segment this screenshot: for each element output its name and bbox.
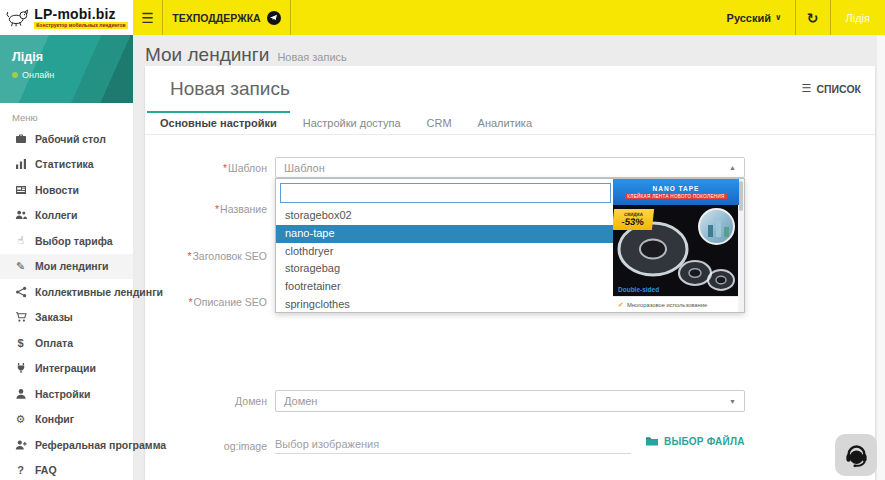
sidebar-item-collective-landings[interactable]: Коллективные лендинги [0,279,133,305]
sidebar-item-label: Рабочий стол [35,133,106,145]
sidebar-item-label: Коллеги [35,209,77,221]
sidebar-item-payment[interactable]: $ Оплата [0,330,133,356]
sidebar-item-label: Конфиг [35,413,74,425]
template-label: *Шаблон [145,162,267,174]
sidebar-item-news[interactable]: Новости [0,177,133,203]
sidebar-item-statistics[interactable]: Статистика [0,152,133,178]
sidebar-item-label: Реферальная программа [35,439,166,451]
sidebar-item-config[interactable]: ⚙ Конфиг [0,407,133,433]
dropdown-option-selected[interactable]: nano-tape [276,225,613,243]
preview-feature-text: Многоразовое использование [627,302,707,308]
template-preview-image: NANO TAPE КЛЕЙКАЯ ЛЕНТА НОВОГО ПОКОЛЕНИЯ… [613,179,739,296]
sidebar-toggle-button[interactable]: ☰ [133,0,163,35]
list-button[interactable]: ☰ СПИСОК [802,82,861,95]
plug-icon [12,362,29,374]
chevron-down-icon: ▼ [729,398,736,405]
hamburger-icon: ☰ [141,10,154,26]
template-preview: NANO TAPE КЛЕЙКАЯ ЛЕНТА НОВОГО ПОКОЛЕНИЯ… [613,179,739,312]
tech-support-button[interactable]: ТЕХПОДДЕРЖКА [163,0,291,35]
sidebar-item-desktop[interactable]: Рабочий стол [0,126,133,152]
sidebar-item-label: FAQ [35,464,57,476]
dropdown-option[interactable]: clothdryer [276,243,613,261]
language-label: Русский [727,12,771,24]
choose-file-label: ВЫБОР ФАЙЛА [664,436,745,447]
discount-badge: СКИДКА -53% [613,209,654,230]
online-status-icon [12,72,18,78]
gears-icon: ⚙ [12,413,29,426]
top-header: LP-mobi.biz Конструктор мобильных лендин… [0,0,885,35]
support-chat-widget[interactable] [835,434,877,476]
cart-icon [12,311,29,323]
logo-tagline: Конструктор мобильных лендингов [34,22,127,29]
newspaper-icon [12,184,29,196]
page-subtitle: Новая запись [277,51,346,63]
preview-feature-row: ✔ Многоразовое использование [613,296,739,312]
language-selector[interactable]: Русский ∨ [714,0,795,35]
folder-icon [645,435,659,447]
list-icon: ☰ [802,82,812,95]
preview-header: NANO TAPE КЛЕЙКАЯ ЛЕНТА НОВОГО ПОКОЛЕНИЯ [613,179,739,205]
refresh-button[interactable]: ↻ [795,0,831,35]
preview-inset-photo [698,208,735,245]
tab-main-settings[interactable]: Основные настройки [147,111,290,134]
preview-caption: Double-sided [618,286,659,293]
sidebar-item-label: Настройки [35,388,90,400]
dropdown-search-input[interactable] [280,183,611,203]
sidebar-item-colleagues[interactable]: Коллеги [0,203,133,229]
share-icon [12,286,29,298]
sidebar-item-integrations[interactable]: Интеграции [0,356,133,382]
ogimage-input[interactable] [275,434,631,454]
sidebar-item-label: Выбор тарифа [35,235,113,247]
dropdown-option[interactable]: storagebag [276,260,613,278]
app-logo[interactable]: LP-mobi.biz Конструктор мобильных лендин… [0,0,133,35]
check-icon: ✔ [618,301,624,309]
seo-description-label: *Описание SEO [145,296,267,308]
dropdown-option[interactable]: footretainer [276,278,613,296]
page-title: Мои лендинги [145,44,269,66]
page-scrollbar[interactable] [877,35,885,480]
refresh-icon: ↻ [807,10,819,26]
sidebar-item-faq[interactable]: ? FAQ [0,458,133,480]
main-content: Мои лендинги Новая запись Новая запись ☰… [133,35,885,480]
template-dropdown: storagebox02 nano-tape clothdryer storag… [275,178,745,313]
sidebar-item-label: Интеграции [35,362,96,374]
seo-title-label: *Заголовок SEO [145,250,267,262]
bar-chart-icon [12,158,29,170]
sidebar-item-orders[interactable]: Заказы [0,305,133,331]
sidebar-item-tariff[interactable]: ☝ Выбор тарифа [0,228,133,254]
tab-crm[interactable]: CRM [414,111,465,134]
pencil-icon: ✎ [12,260,29,273]
sidebar-item-label: Заказы [35,311,73,323]
sidebar-item-my-landings[interactable]: ✎ Мои лендинги [0,254,133,280]
logo-title: LP-mobi.biz [34,7,127,21]
users-icon [12,209,29,221]
menu-section-label: Меню [0,103,133,126]
tab-access-settings[interactable]: Настройки доступа [290,111,414,134]
user-icon [12,388,29,400]
chevron-down-icon: ∨ [775,13,782,22]
briefcase-icon [12,133,29,145]
sidebar: Лідія Онлайн Меню Рабочий стол Статистик… [0,35,133,480]
domain-select[interactable]: Домен ▼ [275,390,745,412]
sidebar-item-referral[interactable]: Реферальная программа [0,432,133,458]
choose-file-button[interactable]: ВЫБОР ФАЙЛА [645,435,745,447]
dropdown-scrollbar-thumb[interactable] [739,181,743,211]
question-icon: ? [12,464,29,476]
template-select-placeholder: Шаблон [284,162,325,174]
header-user-button[interactable]: Лідія [831,0,885,35]
sidebar-item-settings[interactable]: Настройки [0,381,133,407]
dog-logo-icon [5,8,29,28]
profile-status: Онлайн [12,70,121,80]
profile-name: Лідія [12,50,121,64]
domain-select-placeholder: Домен [284,395,317,407]
new-record-card: Новая запись ☰ СПИСОК Основные настройки… [145,66,875,480]
dropdown-option[interactable]: springclothes [276,296,613,314]
sidebar-item-label: Коллективные лендинги [35,286,163,298]
online-status-label: Онлайн [22,70,54,80]
sidebar-item-label: Статистика [35,158,94,170]
tab-analytics[interactable]: Аналитика [465,111,545,134]
dropdown-options: storagebox02 nano-tape clothdryer storag… [276,207,613,314]
dropdown-option[interactable]: storagebox02 [276,207,613,225]
chevron-up-icon: ▲ [729,164,736,171]
template-select[interactable]: Шаблон ▲ [275,157,745,178]
